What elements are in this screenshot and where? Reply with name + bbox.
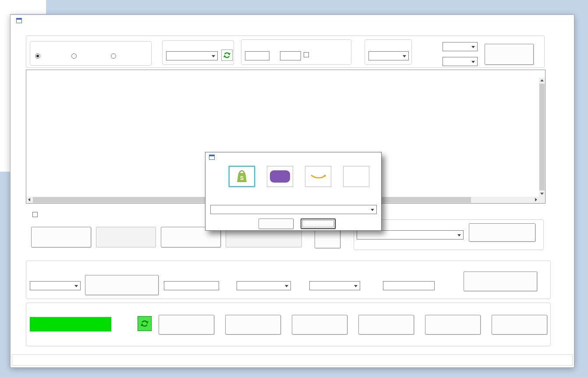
- product-sync-button[interactable]: [159, 315, 214, 335]
- order-status-combobox[interactable]: [368, 51, 409, 60]
- exit-button[interactable]: [292, 315, 347, 335]
- tracking-number-combobox[interactable]: [166, 51, 218, 60]
- platform-combobox[interactable]: [210, 205, 377, 214]
- chevron-down-icon: [403, 55, 406, 57]
- test-query-button[interactable]: [425, 315, 481, 335]
- radio-tracking-id[interactable]: [111, 53, 116, 59]
- radio-order-number[interactable]: [71, 53, 77, 59]
- switch-platform-button[interactable]: [225, 315, 281, 335]
- harness-button[interactable]: [315, 230, 340, 248]
- general-group: [26, 303, 551, 346]
- order-number-to-input[interactable]: [280, 51, 301, 60]
- vertical-scrollbar[interactable]: [539, 78, 545, 197]
- svg-text:S: S: [240, 175, 244, 181]
- chevron-down-icon: [212, 55, 215, 57]
- store-order-status-combobox[interactable]: [357, 230, 464, 240]
- close-icon[interactable]: [370, 152, 379, 162]
- refresh-icon: [140, 319, 149, 328]
- amazon-icon[interactable]: [305, 166, 331, 187]
- fetch-orders-button[interactable]: [485, 44, 534, 65]
- radio-order-status[interactable]: [35, 53, 40, 59]
- order-status-group: [365, 39, 412, 65]
- desktop: S: [0, 0, 588, 377]
- chevron-down-icon: [285, 285, 288, 287]
- change-shipment-status-button[interactable]: [85, 275, 159, 295]
- store-status-group: [354, 219, 544, 250]
- shopify-icon[interactable]: S: [229, 166, 255, 187]
- chevron-down-icon: [371, 209, 374, 211]
- chevron-down-icon: [471, 61, 475, 63]
- from-date-combobox[interactable]: [443, 42, 478, 51]
- shopify-bag-icon: S: [233, 168, 251, 185]
- refresh-connection-button[interactable]: [138, 316, 152, 331]
- fetch-orders-on-group: [30, 41, 152, 66]
- cancel-button[interactable]: [301, 218, 336, 229]
- change-order-status-button[interactable]: [469, 223, 535, 242]
- courier-partner-combobox[interactable]: [309, 281, 360, 290]
- title-bar[interactable]: [11, 15, 574, 26]
- scroll-down-arrow[interactable]: [539, 190, 545, 197]
- background-window: [0, 0, 10, 172]
- shipment-tracking-number-input[interactable]: [164, 281, 219, 290]
- ignore-date-range-checkbox[interactable]: [304, 52, 309, 57]
- chevron-down-icon: [471, 46, 475, 48]
- manage-platforms-button[interactable]: [358, 315, 414, 335]
- freight-paid-input[interactable]: [383, 281, 435, 290]
- preview-order-button[interactable]: [31, 227, 91, 247]
- save-as-sales-order-button[interactable]: [96, 227, 156, 247]
- scroll-left-arrow[interactable]: [26, 197, 32, 203]
- current-platform-badge: [30, 317, 111, 331]
- scroll-right-arrow[interactable]: [533, 197, 539, 203]
- busy-ecom-connector-window: S: [10, 14, 574, 368]
- select-all-checkbox[interactable]: [32, 212, 38, 217]
- scroll-up-arrow[interactable]: [539, 78, 545, 84]
- ok-button[interactable]: [259, 218, 294, 229]
- chevron-down-icon: [74, 285, 78, 287]
- order-shipping-details-group: [26, 261, 551, 299]
- fetch-orders-group: [26, 35, 545, 68]
- chevron-down-icon: [354, 285, 358, 287]
- close-icon[interactable]: [559, 16, 569, 25]
- select-platform-dialog: S: [205, 152, 382, 231]
- tracking-number-group: [162, 40, 234, 65]
- status-bar: [12, 354, 573, 366]
- to-date-combobox[interactable]: [443, 57, 478, 66]
- woocommerce-icon[interactable]: [267, 166, 293, 187]
- chevron-down-icon: [457, 234, 461, 236]
- general-settings-button[interactable]: [492, 315, 547, 335]
- amazon-smile-icon: [310, 174, 326, 179]
- flipkart-icon[interactable]: [343, 166, 369, 187]
- shipping-date-combobox[interactable]: [237, 281, 291, 290]
- order-number-from-input[interactable]: [245, 51, 269, 60]
- update-all-shipment-details-button[interactable]: [464, 271, 537, 291]
- dialog-icon: [209, 155, 215, 160]
- order-numbers-group: [241, 39, 351, 65]
- scrollbar-corner: [539, 197, 545, 203]
- shipping-status-combobox[interactable]: [30, 281, 81, 290]
- app-icon: [16, 18, 22, 23]
- scrollbar-thumb[interactable]: [539, 84, 545, 190]
- refresh-tracking-button[interactable]: [221, 49, 233, 61]
- refresh-icon: [223, 51, 231, 59]
